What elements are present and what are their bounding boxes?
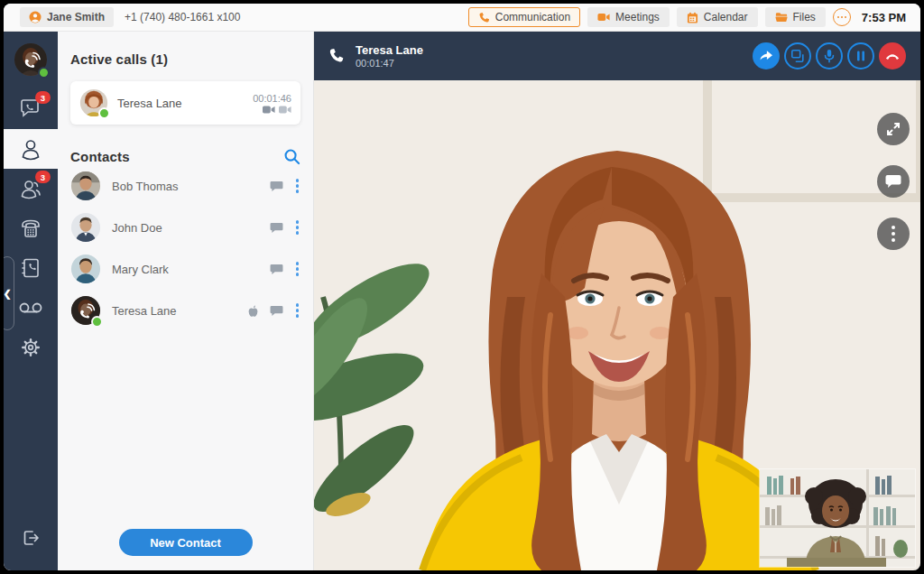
microphone-button[interactable] xyxy=(816,42,843,69)
more-overlay-button[interactable] xyxy=(877,218,910,250)
sidebar-user-avatar[interactable] xyxy=(14,42,48,77)
chat-badge: 3 xyxy=(35,91,51,104)
contact-name: Teresa Lane xyxy=(112,304,177,318)
tab-communication[interactable]: Communication xyxy=(468,7,580,27)
tab-files-label: Files xyxy=(793,11,816,23)
active-call-duration: 00:01:46 xyxy=(253,93,291,104)
contact-row[interactable]: Mary Clark xyxy=(70,248,300,290)
avatar xyxy=(70,171,101,201)
phone-icon xyxy=(478,12,490,23)
avatar xyxy=(70,295,101,326)
contact-row[interactable]: Bob Thomas xyxy=(70,165,300,207)
person-icon xyxy=(19,137,42,161)
chat-bubble-icon xyxy=(885,174,901,189)
chat-bubble-icon[interactable] xyxy=(270,222,283,234)
contacts-panel: Active calls (1) Te xyxy=(58,32,314,570)
tab-communication-label: Communication xyxy=(495,11,570,23)
tab-files[interactable]: Files xyxy=(765,7,826,27)
top-bar: Jane Smith +1 (740) 480-1661 x100 Commun… xyxy=(4,4,920,32)
self-view-video[interactable] xyxy=(760,469,915,567)
clock-label: 7:53 PM xyxy=(862,11,906,24)
hold-button[interactable] xyxy=(847,42,874,69)
folder-icon xyxy=(775,12,788,23)
user-name-label: Jane Smith xyxy=(47,11,105,23)
sidebar-item-phone[interactable] xyxy=(4,208,58,248)
sidebar-collapse-handle[interactable]: ❮ xyxy=(4,256,14,330)
chat-overlay-button[interactable] xyxy=(877,165,910,198)
hangup-button[interactable] xyxy=(879,42,906,69)
video-call-pane: Teresa Lane 00:01:47 xyxy=(314,32,920,570)
video-camera-icon xyxy=(597,12,610,23)
tab-calendar[interactable]: Calendar xyxy=(677,7,758,27)
vertical-dots-icon xyxy=(892,226,895,242)
logout-icon xyxy=(20,528,42,548)
share-button[interactable] xyxy=(753,42,780,69)
screen-share-icon xyxy=(790,49,805,63)
user-phone-number: +1 (740) 480-1661 x100 xyxy=(125,11,240,23)
status-dot xyxy=(91,316,103,328)
new-contact-button[interactable]: New Contact xyxy=(119,529,253,556)
tab-meetings-label: Meetings xyxy=(615,11,660,23)
contact-name: Mary Clark xyxy=(112,263,169,276)
chat-bubble-icon[interactable] xyxy=(270,181,283,192)
remote-caller-name: Teresa Lane xyxy=(356,43,423,57)
status-dot xyxy=(38,67,50,79)
avatar xyxy=(79,88,108,117)
call-duration: 00:01:47 xyxy=(356,58,423,69)
remote-video xyxy=(314,80,920,570)
desk-phone-icon xyxy=(19,218,42,239)
sidebar: 3 3 xyxy=(4,32,58,570)
sidebar-item-chat[interactable]: 3 xyxy=(4,89,58,129)
sidebar-item-contacts[interactable]: 3 xyxy=(4,169,58,208)
self-video-feed xyxy=(760,469,915,567)
contact-row[interactable]: Teresa Lane xyxy=(70,290,300,331)
active-call-name: Teresa Lane xyxy=(117,97,182,110)
status-dot xyxy=(98,107,110,119)
more-options-button[interactable] xyxy=(833,8,851,26)
chevron-left-icon: ❮ xyxy=(4,288,12,300)
video-out-icon xyxy=(263,106,275,114)
active-calls-title: Active calls (1) xyxy=(70,51,300,67)
active-call-row[interactable]: Teresa Lane 00:01:46 xyxy=(70,81,300,125)
contacts-title: Contacts xyxy=(70,149,130,164)
contact-name: Bob Thomas xyxy=(112,180,178,193)
screen-share-button[interactable] xyxy=(784,42,811,69)
contacts-badge: 3 xyxy=(35,171,51,183)
sidebar-item-logout[interactable] xyxy=(4,518,58,558)
search-icon[interactable] xyxy=(283,148,300,165)
tab-calendar-label: Calendar xyxy=(704,11,748,23)
voicemail-icon xyxy=(18,301,43,315)
sidebar-item-softphone[interactable] xyxy=(4,129,58,169)
microphone-icon xyxy=(823,49,836,63)
pause-icon xyxy=(856,51,865,61)
chat-bubble-icon[interactable] xyxy=(270,264,283,275)
expand-icon xyxy=(886,122,901,136)
phone-icon xyxy=(328,48,345,64)
expand-button[interactable] xyxy=(877,113,910,145)
tab-meetings[interactable]: Meetings xyxy=(587,7,670,27)
calendar-icon xyxy=(687,12,698,23)
contact-row[interactable]: John Doe xyxy=(70,207,300,248)
contact-menu-button[interactable] xyxy=(294,177,301,195)
contact-name: John Doe xyxy=(112,221,162,235)
apple-icon xyxy=(247,304,259,318)
contact-menu-button[interactable] xyxy=(294,301,301,319)
contact-menu-button[interactable] xyxy=(294,260,301,278)
avatar xyxy=(70,212,101,243)
video-in-icon xyxy=(279,106,291,114)
chat-bubble-icon[interactable] xyxy=(270,305,283,317)
contact-menu-button[interactable] xyxy=(294,218,301,236)
gear-icon xyxy=(19,336,42,359)
user-account-button[interactable]: Jane Smith xyxy=(20,7,114,27)
phonebook-icon xyxy=(20,257,42,279)
share-icon xyxy=(759,50,773,62)
video-call-header: Teresa Lane 00:01:47 xyxy=(314,32,920,80)
avatar xyxy=(70,254,101,284)
app-window: Jane Smith +1 (740) 480-1661 x100 Commun… xyxy=(4,4,920,570)
sidebar-item-settings[interactable] xyxy=(4,328,58,367)
hangup-icon xyxy=(884,51,901,60)
user-icon xyxy=(29,11,42,23)
